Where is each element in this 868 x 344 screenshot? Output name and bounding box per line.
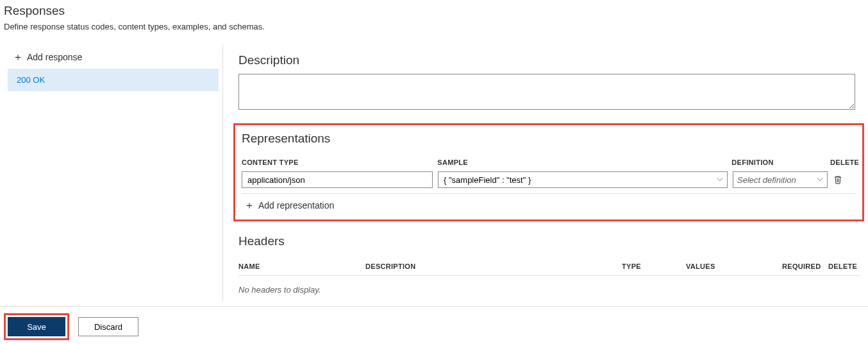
response-item-200[interactable]: 200 OK <box>8 69 219 91</box>
page-title: Responses <box>4 4 868 18</box>
col-header-delete: DELETE <box>828 262 856 270</box>
page-subtitle: Define response status codes, content ty… <box>4 22 868 31</box>
representation-row: Select definition <box>242 170 856 194</box>
col-definition: DEFINITION <box>731 159 830 166</box>
headers-columns: NAME DESCRIPTION TYPE VALUES REQUIRED DE… <box>238 255 860 276</box>
description-heading: Description <box>238 53 868 67</box>
chevron-down-icon <box>817 176 823 183</box>
representations-columns: CONTENT TYPE SAMPLE DEFINITION DELETE <box>242 152 856 170</box>
save-button[interactable]: Save <box>8 317 65 336</box>
add-response-label: Add response <box>27 52 82 62</box>
sample-input[interactable] <box>438 171 728 188</box>
content-type-input[interactable] <box>242 171 433 188</box>
delete-icon[interactable] <box>833 175 843 185</box>
col-header-values: VALUES <box>686 262 782 270</box>
col-header-required: REQUIRED <box>782 262 828 270</box>
add-representation-label: Add representation <box>258 200 334 211</box>
plus-icon: ＋ <box>13 52 23 62</box>
col-header-type: TYPE <box>622 262 686 270</box>
save-highlight: Save <box>4 313 69 340</box>
discard-button[interactable]: Discard <box>78 317 138 336</box>
col-header-name: NAME <box>238 262 365 270</box>
definition-placeholder: Select definition <box>737 175 796 185</box>
plus-icon: ＋ <box>244 200 255 211</box>
definition-select[interactable]: Select definition <box>733 171 828 188</box>
add-representation-button[interactable]: ＋ Add representation <box>242 194 856 212</box>
footer-actions: Save Discard <box>0 306 868 344</box>
headers-empty-message: No headers to display. <box>238 276 860 295</box>
content-type-value[interactable] <box>246 175 428 185</box>
col-header-description: DESCRIPTION <box>365 262 622 270</box>
representations-highlight: Representations CONTENT TYPE SAMPLE DEFI… <box>233 123 864 221</box>
add-response-button[interactable]: ＋ Add response <box>8 49 222 65</box>
representations-heading: Representations <box>242 132 856 146</box>
sample-value[interactable] <box>442 175 717 185</box>
description-textarea[interactable] <box>238 74 855 110</box>
col-sample: SAMPLE <box>437 159 731 166</box>
col-content-type: CONTENT TYPE <box>242 159 437 166</box>
headers-heading: Headers <box>238 234 860 248</box>
chevron-down-icon <box>717 176 723 183</box>
col-delete: DELETE <box>830 159 856 166</box>
responses-sidebar: ＋ Add response 200 OK <box>0 44 223 301</box>
